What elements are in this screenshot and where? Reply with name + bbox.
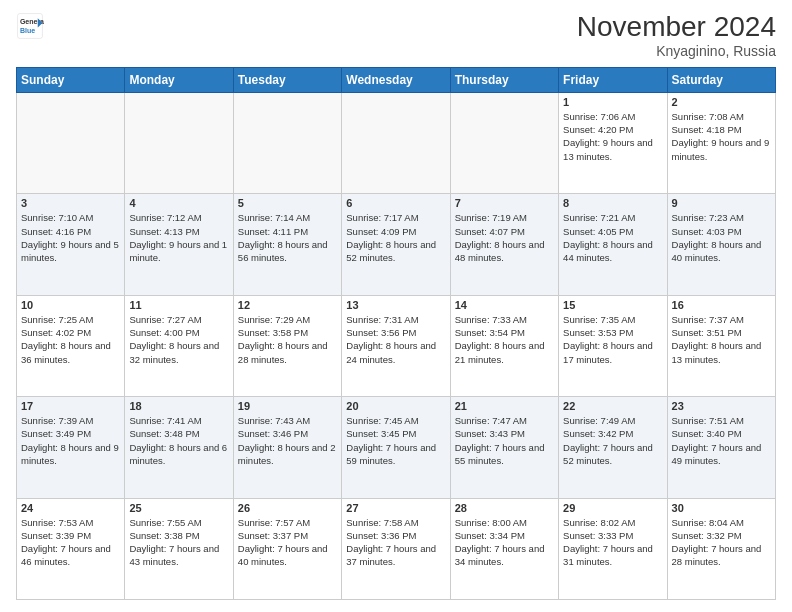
calendar-cell: 20Sunrise: 7:45 AM Sunset: 3:45 PM Dayli… bbox=[342, 397, 450, 498]
day-info: Sunrise: 7:23 AM Sunset: 4:03 PM Dayligh… bbox=[672, 211, 771, 264]
calendar-cell: 8Sunrise: 7:21 AM Sunset: 4:05 PM Daylig… bbox=[559, 194, 667, 295]
calendar-cell: 29Sunrise: 8:02 AM Sunset: 3:33 PM Dayli… bbox=[559, 498, 667, 599]
calendar-header-row: Sunday Monday Tuesday Wednesday Thursday… bbox=[17, 67, 776, 92]
calendar-cell bbox=[125, 92, 233, 193]
day-info: Sunrise: 7:27 AM Sunset: 4:00 PM Dayligh… bbox=[129, 313, 228, 366]
calendar-week-row: 3Sunrise: 7:10 AM Sunset: 4:16 PM Daylig… bbox=[17, 194, 776, 295]
calendar-cell: 15Sunrise: 7:35 AM Sunset: 3:53 PM Dayli… bbox=[559, 295, 667, 396]
header: General Blue November 2024 Knyaginino, R… bbox=[16, 12, 776, 59]
calendar-cell: 10Sunrise: 7:25 AM Sunset: 4:02 PM Dayli… bbox=[17, 295, 125, 396]
calendar-cell: 18Sunrise: 7:41 AM Sunset: 3:48 PM Dayli… bbox=[125, 397, 233, 498]
calendar-cell: 14Sunrise: 7:33 AM Sunset: 3:54 PM Dayli… bbox=[450, 295, 558, 396]
calendar-cell: 23Sunrise: 7:51 AM Sunset: 3:40 PM Dayli… bbox=[667, 397, 775, 498]
day-number: 13 bbox=[346, 299, 445, 311]
calendar-cell: 6Sunrise: 7:17 AM Sunset: 4:09 PM Daylig… bbox=[342, 194, 450, 295]
calendar-cell: 22Sunrise: 7:49 AM Sunset: 3:42 PM Dayli… bbox=[559, 397, 667, 498]
calendar-cell: 16Sunrise: 7:37 AM Sunset: 3:51 PM Dayli… bbox=[667, 295, 775, 396]
day-info: Sunrise: 7:17 AM Sunset: 4:09 PM Dayligh… bbox=[346, 211, 445, 264]
calendar-title: November 2024 bbox=[577, 12, 776, 43]
day-number: 16 bbox=[672, 299, 771, 311]
day-number: 12 bbox=[238, 299, 337, 311]
day-number: 6 bbox=[346, 197, 445, 209]
calendar-cell: 11Sunrise: 7:27 AM Sunset: 4:00 PM Dayli… bbox=[125, 295, 233, 396]
day-number: 8 bbox=[563, 197, 662, 209]
day-number: 15 bbox=[563, 299, 662, 311]
calendar-cell: 21Sunrise: 7:47 AM Sunset: 3:43 PM Dayli… bbox=[450, 397, 558, 498]
day-info: Sunrise: 7:37 AM Sunset: 3:51 PM Dayligh… bbox=[672, 313, 771, 366]
calendar-cell bbox=[17, 92, 125, 193]
day-number: 14 bbox=[455, 299, 554, 311]
day-number: 23 bbox=[672, 400, 771, 412]
day-info: Sunrise: 7:45 AM Sunset: 3:45 PM Dayligh… bbox=[346, 414, 445, 467]
calendar-cell: 27Sunrise: 7:58 AM Sunset: 3:36 PM Dayli… bbox=[342, 498, 450, 599]
day-number: 24 bbox=[21, 502, 120, 514]
page: General Blue November 2024 Knyaginino, R… bbox=[0, 0, 792, 612]
day-info: Sunrise: 7:39 AM Sunset: 3:49 PM Dayligh… bbox=[21, 414, 120, 467]
day-info: Sunrise: 7:14 AM Sunset: 4:11 PM Dayligh… bbox=[238, 211, 337, 264]
day-number: 19 bbox=[238, 400, 337, 412]
col-monday: Monday bbox=[125, 67, 233, 92]
calendar-cell: 30Sunrise: 8:04 AM Sunset: 3:32 PM Dayli… bbox=[667, 498, 775, 599]
day-info: Sunrise: 7:12 AM Sunset: 4:13 PM Dayligh… bbox=[129, 211, 228, 264]
day-info: Sunrise: 8:04 AM Sunset: 3:32 PM Dayligh… bbox=[672, 516, 771, 569]
title-block: November 2024 Knyaginino, Russia bbox=[577, 12, 776, 59]
day-info: Sunrise: 7:06 AM Sunset: 4:20 PM Dayligh… bbox=[563, 110, 662, 163]
day-number: 28 bbox=[455, 502, 554, 514]
col-sunday: Sunday bbox=[17, 67, 125, 92]
calendar-cell: 2Sunrise: 7:08 AM Sunset: 4:18 PM Daylig… bbox=[667, 92, 775, 193]
calendar-cell: 28Sunrise: 8:00 AM Sunset: 3:34 PM Dayli… bbox=[450, 498, 558, 599]
calendar-cell: 13Sunrise: 7:31 AM Sunset: 3:56 PM Dayli… bbox=[342, 295, 450, 396]
logo: General Blue bbox=[16, 12, 44, 40]
calendar-cell bbox=[233, 92, 341, 193]
day-number: 29 bbox=[563, 502, 662, 514]
day-number: 3 bbox=[21, 197, 120, 209]
calendar-week-row: 24Sunrise: 7:53 AM Sunset: 3:39 PM Dayli… bbox=[17, 498, 776, 599]
day-number: 18 bbox=[129, 400, 228, 412]
calendar-cell: 12Sunrise: 7:29 AM Sunset: 3:58 PM Dayli… bbox=[233, 295, 341, 396]
calendar-week-row: 17Sunrise: 7:39 AM Sunset: 3:49 PM Dayli… bbox=[17, 397, 776, 498]
day-number: 7 bbox=[455, 197, 554, 209]
day-info: Sunrise: 7:43 AM Sunset: 3:46 PM Dayligh… bbox=[238, 414, 337, 467]
calendar-week-row: 10Sunrise: 7:25 AM Sunset: 4:02 PM Dayli… bbox=[17, 295, 776, 396]
day-info: Sunrise: 8:00 AM Sunset: 3:34 PM Dayligh… bbox=[455, 516, 554, 569]
day-number: 27 bbox=[346, 502, 445, 514]
calendar-cell: 5Sunrise: 7:14 AM Sunset: 4:11 PM Daylig… bbox=[233, 194, 341, 295]
calendar-cell bbox=[450, 92, 558, 193]
day-info: Sunrise: 7:35 AM Sunset: 3:53 PM Dayligh… bbox=[563, 313, 662, 366]
day-info: Sunrise: 7:31 AM Sunset: 3:56 PM Dayligh… bbox=[346, 313, 445, 366]
day-number: 20 bbox=[346, 400, 445, 412]
col-friday: Friday bbox=[559, 67, 667, 92]
calendar-cell: 19Sunrise: 7:43 AM Sunset: 3:46 PM Dayli… bbox=[233, 397, 341, 498]
day-number: 4 bbox=[129, 197, 228, 209]
col-wednesday: Wednesday bbox=[342, 67, 450, 92]
day-number: 22 bbox=[563, 400, 662, 412]
day-info: Sunrise: 7:53 AM Sunset: 3:39 PM Dayligh… bbox=[21, 516, 120, 569]
day-number: 30 bbox=[672, 502, 771, 514]
day-info: Sunrise: 7:19 AM Sunset: 4:07 PM Dayligh… bbox=[455, 211, 554, 264]
day-info: Sunrise: 7:10 AM Sunset: 4:16 PM Dayligh… bbox=[21, 211, 120, 264]
calendar-cell: 17Sunrise: 7:39 AM Sunset: 3:49 PM Dayli… bbox=[17, 397, 125, 498]
day-number: 26 bbox=[238, 502, 337, 514]
calendar-cell: 4Sunrise: 7:12 AM Sunset: 4:13 PM Daylig… bbox=[125, 194, 233, 295]
calendar-cell: 26Sunrise: 7:57 AM Sunset: 3:37 PM Dayli… bbox=[233, 498, 341, 599]
day-number: 1 bbox=[563, 96, 662, 108]
day-info: Sunrise: 7:08 AM Sunset: 4:18 PM Dayligh… bbox=[672, 110, 771, 163]
col-saturday: Saturday bbox=[667, 67, 775, 92]
day-info: Sunrise: 7:33 AM Sunset: 3:54 PM Dayligh… bbox=[455, 313, 554, 366]
col-tuesday: Tuesday bbox=[233, 67, 341, 92]
calendar-subtitle: Knyaginino, Russia bbox=[577, 43, 776, 59]
day-number: 5 bbox=[238, 197, 337, 209]
logo-icon: General Blue bbox=[16, 12, 44, 40]
calendar-cell: 3Sunrise: 7:10 AM Sunset: 4:16 PM Daylig… bbox=[17, 194, 125, 295]
day-number: 9 bbox=[672, 197, 771, 209]
calendar-table: Sunday Monday Tuesday Wednesday Thursday… bbox=[16, 67, 776, 600]
calendar-cell: 1Sunrise: 7:06 AM Sunset: 4:20 PM Daylig… bbox=[559, 92, 667, 193]
day-number: 11 bbox=[129, 299, 228, 311]
calendar-cell: 9Sunrise: 7:23 AM Sunset: 4:03 PM Daylig… bbox=[667, 194, 775, 295]
day-info: Sunrise: 7:57 AM Sunset: 3:37 PM Dayligh… bbox=[238, 516, 337, 569]
svg-text:Blue: Blue bbox=[20, 27, 35, 34]
day-info: Sunrise: 7:25 AM Sunset: 4:02 PM Dayligh… bbox=[21, 313, 120, 366]
day-number: 25 bbox=[129, 502, 228, 514]
day-number: 21 bbox=[455, 400, 554, 412]
day-info: Sunrise: 7:21 AM Sunset: 4:05 PM Dayligh… bbox=[563, 211, 662, 264]
